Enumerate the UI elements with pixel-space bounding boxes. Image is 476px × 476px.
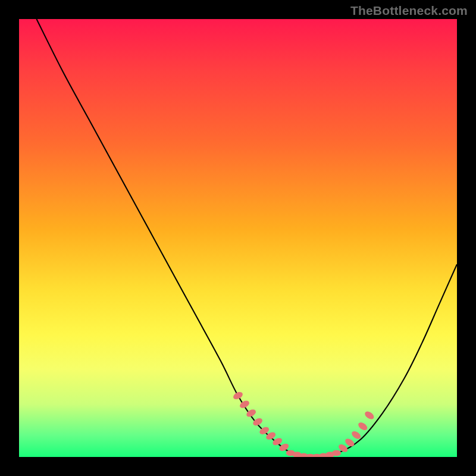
marker-dot <box>357 421 369 431</box>
chart-frame: TheBottleneck.com <box>0 0 476 476</box>
observation-markers <box>232 390 375 457</box>
plot-area <box>19 19 457 457</box>
marker-dot <box>232 390 244 400</box>
watermark-text: TheBottleneck.com <box>350 4 468 18</box>
marker-dot <box>332 450 341 456</box>
marker-dot <box>364 410 375 421</box>
curve-svg <box>19 19 457 457</box>
marker-dot <box>252 417 264 427</box>
bottleneck-curve <box>36 19 457 457</box>
